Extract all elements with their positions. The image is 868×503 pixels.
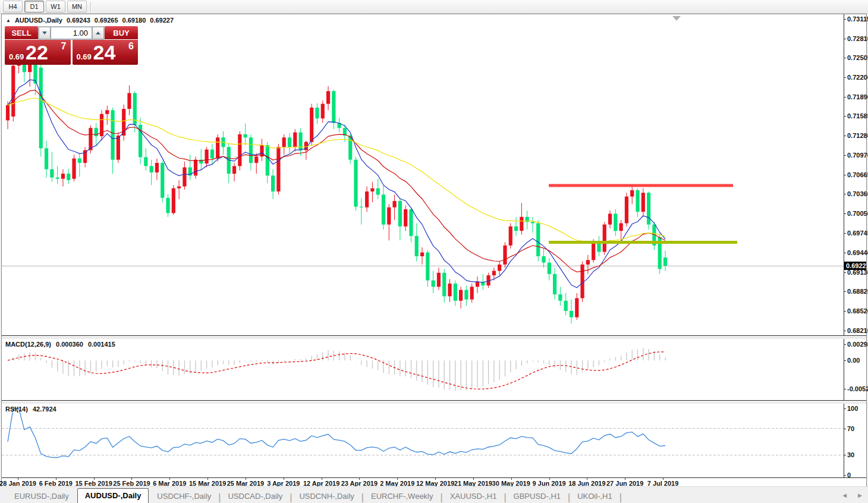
candle-body (608, 213, 612, 224)
quote-close: 0.69227 (150, 17, 174, 24)
quote-open: 0.69243 (67, 17, 90, 24)
candle-body (11, 66, 15, 117)
candle-body (548, 263, 551, 274)
rsi-label: RSI(14) 42.7924 (5, 405, 56, 413)
candle-body (558, 294, 562, 301)
price-tick-label: 0.70360 (847, 190, 868, 197)
candle-body (536, 223, 540, 256)
volume-decrease-button[interactable] (39, 27, 51, 39)
main-price-pane: ▲ AUDUSD-,Daily 0.69243 0.69265 0.69180 … (2, 14, 866, 336)
sell-price-pip: 7 (61, 41, 67, 52)
candle-body (663, 257, 667, 266)
price-axis-tick (844, 19, 846, 20)
sell-button[interactable]: SELL (5, 26, 38, 40)
candle-body (437, 273, 441, 287)
timeframe-button-mn[interactable]: MN (67, 1, 87, 12)
candle-body (426, 253, 429, 281)
tab-eurchf-weekly[interactable]: EURCHF-,Weekly (364, 492, 441, 503)
tab-scroll-right-icon[interactable]: ► (857, 492, 863, 499)
macd-tick-label: 0.00 (847, 357, 860, 364)
timeframe-button-d1[interactable]: D1 (24, 1, 44, 12)
candle-body (575, 298, 578, 317)
candle-body (183, 167, 186, 186)
macd-axis-tick (844, 389, 846, 389)
volume-spinner (38, 26, 105, 40)
price-axis-tick (844, 253, 846, 253)
candle-body (531, 222, 534, 223)
candle-body (216, 137, 219, 158)
candle-body (498, 265, 501, 271)
volume-increase-button[interactable] (92, 27, 104, 39)
candle-body (315, 108, 319, 118)
candle-body (376, 188, 380, 195)
price-tick-label: 0.72810 (847, 35, 868, 42)
rsi-axis[interactable]: 10070300 (844, 404, 866, 477)
macd-axis-tick (844, 360, 846, 361)
tab-usdchf-daily[interactable]: USDCHF-,Daily (150, 492, 218, 503)
candle-body (404, 209, 407, 227)
ma-slow-line (8, 98, 665, 243)
timeframe-toolbar: H4D1W1MN (0, 0, 868, 14)
candle-body (298, 133, 302, 150)
sell-price-digits: 22 (26, 40, 48, 65)
tab-usdcad-daily[interactable]: USDCAD-,Daily (221, 492, 290, 503)
candle-body (387, 208, 391, 225)
rsi-axis-tick (844, 429, 846, 429)
macd-axis-tick (844, 344, 846, 345)
buy-price-pip: 6 (128, 41, 134, 52)
candle-body (415, 236, 419, 256)
candle-body (310, 108, 313, 142)
timeframe-button-h4[interactable]: H4 (3, 1, 23, 12)
rsi-line (8, 408, 665, 458)
candle-body (61, 174, 65, 179)
tab-usdcnh-daily[interactable]: USDCNH-,Daily (292, 492, 361, 503)
price-tick-label: 0.69745 (847, 230, 868, 237)
candle-body (470, 287, 474, 299)
price-axis-tick (844, 311, 846, 312)
buy-button[interactable]: BUY (105, 26, 138, 40)
tab-audusd-daily[interactable]: AUDUSD-,Daily (77, 488, 149, 503)
candle-body (6, 105, 10, 121)
candle-body (542, 256, 545, 263)
rsi-tick-label: 100 (847, 405, 858, 412)
candle-body (365, 191, 369, 208)
tab-ukoil-h1[interactable]: UKOil-,H1 (570, 492, 619, 503)
rsi-plot[interactable]: RSI(14) 42.7924 (2, 404, 844, 477)
volume-input[interactable] (51, 27, 92, 39)
candle-body (111, 110, 114, 159)
candle-body (249, 137, 253, 163)
price-axis-tick (844, 97, 846, 98)
candle-body (625, 197, 628, 224)
sell-price-panel[interactable]: 0.69 22 7 (5, 40, 71, 65)
price-axis[interactable]: 0.731150.728100.725050.722000.718900.715… (844, 14, 866, 335)
candle-body (442, 273, 446, 297)
price-axis-tick (844, 272, 846, 273)
chevron-up-icon (96, 32, 100, 34)
candle-body (570, 311, 573, 317)
candle-body (288, 137, 291, 147)
candle-body (95, 128, 98, 136)
main-chart-plot[interactable]: ▲ AUDUSD-,Daily 0.69243 0.69265 0.69180 … (2, 14, 844, 335)
collapse-panel-icon[interactable]: ▲ (6, 18, 11, 23)
chart-shift-marker-icon (672, 16, 681, 21)
buy-price-panel[interactable]: 0.69 24 6 (73, 40, 139, 65)
macd-axis[interactable]: 0.0029840.00-0.00525 (844, 339, 866, 400)
one-click-trading-panel: SELL BUY 0.69 22 7 0.69 (5, 26, 138, 65)
tab-xauusd-h1[interactable]: XAUUSD-,H1 (443, 492, 504, 503)
toolbar-separator (90, 2, 91, 12)
candle-body (276, 147, 280, 191)
price-tick-label: 0.70665 (847, 171, 868, 178)
candle-body (641, 193, 645, 212)
tab-scroll-left-icon[interactable]: ◄ (841, 492, 848, 499)
current-price-tag: 0.69227 (844, 262, 866, 270)
timeframe-button-w1[interactable]: W1 (46, 1, 65, 12)
candle-body (348, 136, 352, 160)
candle-body (564, 301, 568, 311)
tab-eurusd-daily[interactable]: EURUSD-,Daily (7, 492, 76, 503)
macd-plot[interactable]: MACD(12,26,9) 0.000360 0.001415 (2, 339, 844, 400)
tab-gbpusd-h1[interactable]: GBPUSD-,H1 (507, 492, 568, 503)
candle-body (161, 163, 164, 198)
price-axis-tick (844, 213, 846, 214)
candle-body (432, 281, 435, 287)
candle-body (177, 186, 181, 188)
